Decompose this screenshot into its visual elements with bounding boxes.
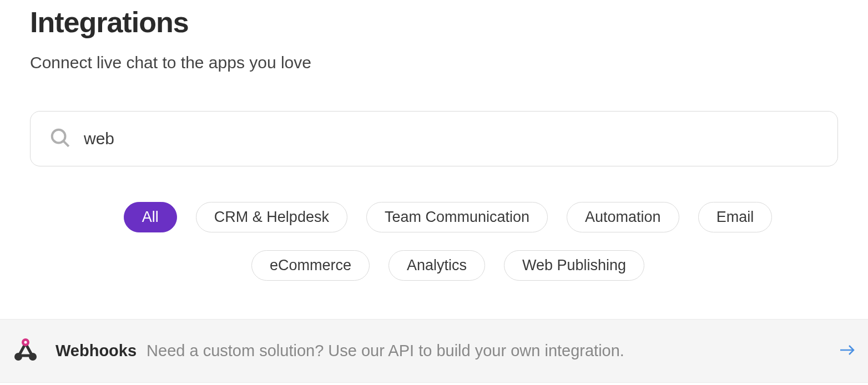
filter-row: All CRM & Helpdesk Team Communication Au… (30, 202, 838, 281)
webhooks-text: WebhooksNeed a custom solution? Use our … (55, 342, 824, 360)
svg-point-0 (52, 130, 65, 143)
filter-ecommerce[interactable]: eCommerce (251, 250, 370, 281)
svg-point-4 (29, 353, 37, 361)
page-subtitle: Connect live chat to the apps you love (30, 53, 838, 72)
svg-line-1 (64, 141, 69, 146)
filter-all[interactable]: All (124, 202, 177, 232)
svg-point-3 (14, 353, 22, 361)
webhooks-description: Need a custom solution? Use our API to b… (147, 342, 624, 359)
search-wrapper[interactable] (30, 111, 838, 166)
search-input[interactable] (84, 129, 819, 148)
webhooks-bar[interactable]: WebhooksNeed a custom solution? Use our … (0, 319, 868, 383)
svg-point-5 (24, 341, 27, 343)
page-title: Integrations (30, 6, 838, 39)
filter-email[interactable]: Email (698, 202, 773, 232)
webhooks-label: Webhooks (55, 342, 137, 359)
webhooks-icon (11, 337, 40, 366)
filter-team-communication[interactable]: Team Communication (366, 202, 548, 232)
search-icon (49, 127, 70, 150)
arrow-right-icon (839, 343, 856, 359)
filter-automation[interactable]: Automation (567, 202, 679, 232)
filter-crm-helpdesk[interactable]: CRM & Helpdesk (196, 202, 347, 232)
filter-web-publishing[interactable]: Web Publishing (504, 250, 644, 281)
filter-analytics[interactable]: Analytics (388, 250, 485, 281)
